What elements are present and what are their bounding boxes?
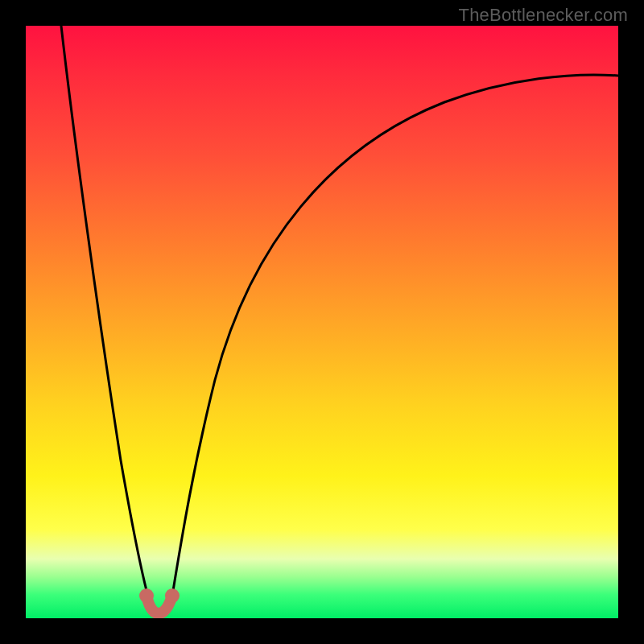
valley-dot-left (139, 588, 154, 603)
chart-plot-area (26, 26, 618, 618)
chart-curves-svg (26, 26, 618, 618)
curve-left (61, 26, 151, 605)
attribution-label: TheBottlenecker.com (459, 5, 628, 26)
valley-dot-right (165, 588, 180, 603)
curve-right (171, 75, 618, 605)
chart-frame: TheBottlenecker.com (0, 0, 644, 644)
